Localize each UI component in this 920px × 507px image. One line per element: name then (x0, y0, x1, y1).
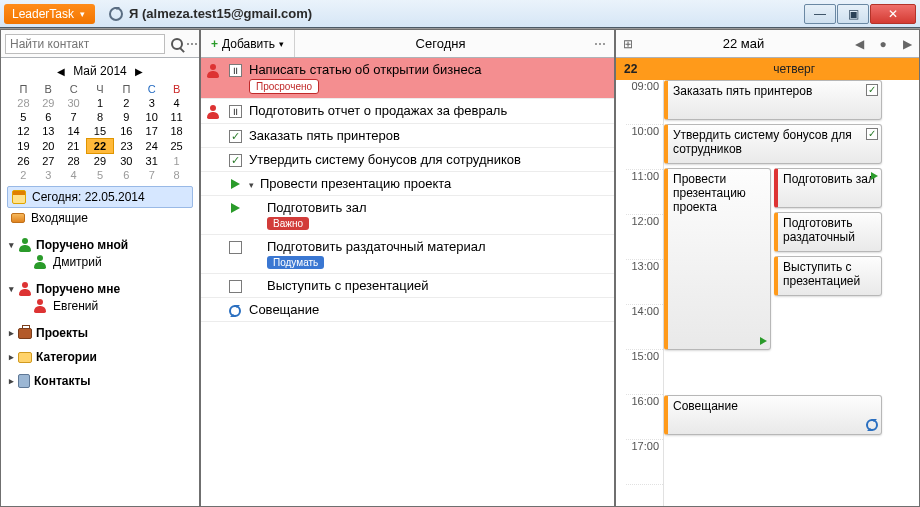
cal-day[interactable]: 3 (139, 96, 164, 110)
sidebar-item-inbox[interactable]: Входящие (7, 208, 193, 228)
cal-next-icon[interactable]: ▶ (135, 66, 143, 77)
calendar-event[interactable]: Заказать пять принтеров (664, 80, 882, 120)
task-row[interactable]: Заказать пять принтеров (201, 124, 614, 148)
task-row[interactable]: ⏸Написать статью об открытии бизнесаПрос… (201, 58, 614, 99)
chevron-down-icon[interactable]: ▾ (249, 180, 254, 190)
cal-prev-icon[interactable]: ◀ (57, 66, 65, 77)
day-prev-icon[interactable]: ◀ (847, 37, 871, 51)
calendar-event[interactable]: Выступить с презентацией (774, 256, 882, 296)
cal-day[interactable]: 18 (164, 124, 189, 139)
sidebar-item-dmitry[interactable]: Дмитрий (29, 252, 193, 272)
task-checkbox[interactable] (229, 154, 242, 167)
cal-day[interactable]: 2 (11, 168, 36, 182)
task-checkbox[interactable] (229, 241, 242, 254)
cal-day[interactable]: 25 (164, 139, 189, 154)
section-categories[interactable]: ▸ Категории (7, 350, 193, 364)
sidebar-item-today[interactable]: Сегодня: 22.05.2014 (7, 186, 193, 208)
cal-day[interactable]: 14 (61, 124, 87, 139)
cal-day[interactable]: 21 (61, 139, 87, 154)
day-expand-icon[interactable]: ⊞ (616, 37, 640, 51)
play-icon[interactable] (231, 179, 240, 189)
section-projects[interactable]: ▸ Проекты (7, 326, 193, 340)
play-icon[interactable] (231, 203, 240, 213)
cal-day[interactable]: 1 (87, 96, 114, 110)
cal-day[interactable]: 28 (11, 96, 36, 110)
day-today-icon[interactable]: ● (871, 37, 895, 51)
calendar-event[interactable]: Подготовить раздаточный (774, 212, 882, 252)
cal-day[interactable]: 1 (164, 154, 189, 169)
day-next-icon[interactable]: ▶ (895, 37, 919, 51)
task-checkbox[interactable]: ⏸ (229, 64, 242, 77)
task-row[interactable]: ⏸Подготовить отчет о продажах за февраль (201, 99, 614, 124)
calendar-event[interactable]: Провести презентацию проекта (664, 168, 771, 350)
task-row[interactable]: Утвердить систему бонусов для сотруднико… (201, 148, 614, 172)
repeat-icon[interactable] (229, 305, 241, 317)
cal-day[interactable]: 11 (164, 110, 189, 124)
task-row[interactable]: Выступить с презентацией (201, 274, 614, 298)
cal-day[interactable]: 5 (87, 168, 114, 182)
task-row[interactable]: Подготовить раздаточный материалПодумать (201, 235, 614, 274)
cal-day[interactable]: 15 (87, 124, 114, 139)
cal-day[interactable]: 8 (87, 110, 114, 124)
task-row[interactable]: Совещание (201, 298, 614, 322)
cal-day[interactable]: 16 (113, 124, 139, 139)
cal-day[interactable]: 12 (11, 124, 36, 139)
play-icon[interactable] (871, 172, 878, 180)
cal-day[interactable]: 30 (61, 96, 87, 110)
cal-day[interactable]: 28 (61, 154, 87, 169)
cal-day[interactable]: 7 (139, 168, 164, 182)
calendar-event[interactable]: Совещание (664, 395, 882, 435)
cal-day[interactable]: 23 (113, 139, 139, 154)
task-row[interactable]: Подготовить залВажно (201, 196, 614, 235)
sidebar-menu-icon[interactable]: ⋯ (184, 32, 199, 56)
cal-day[interactable]: 26 (11, 154, 36, 169)
cal-day[interactable]: 30 (113, 154, 139, 169)
calendar-event[interactable]: Подготовить зал (774, 168, 882, 208)
tasklist-menu-icon[interactable]: ⋯ (586, 37, 614, 51)
maximize-button[interactable]: ▣ (837, 4, 869, 24)
cal-day[interactable]: 6 (113, 168, 139, 182)
task-row[interactable]: ▾Провести презентацию проекта (201, 172, 614, 196)
sidebar-item-evgeny[interactable]: Евгений (29, 296, 193, 316)
cal-day[interactable]: 17 (139, 124, 164, 139)
calendar-event[interactable]: Утвердить систему бонусов для сотруднико… (664, 124, 882, 164)
cal-day[interactable]: 6 (36, 110, 61, 124)
cal-day[interactable]: 4 (61, 168, 87, 182)
cal-day[interactable]: 9 (113, 110, 139, 124)
cal-day[interactable]: 3 (36, 168, 61, 182)
cal-day[interactable]: 13 (36, 124, 61, 139)
cal-day[interactable]: 8 (164, 168, 189, 182)
cal-day[interactable]: 7 (61, 110, 87, 124)
cal-day[interactable]: 27 (36, 154, 61, 169)
close-button[interactable]: ✕ (870, 4, 916, 24)
cal-day[interactable]: 10 (139, 110, 164, 124)
section-assigned-by-me[interactable]: ▾ Поручено мной (7, 238, 193, 252)
cal-day[interactable]: 29 (36, 96, 61, 110)
minimize-button[interactable]: — (804, 4, 836, 24)
cal-day[interactable]: 4 (164, 96, 189, 110)
add-button[interactable]: + Добавить ▾ (201, 30, 295, 57)
task-checkbox[interactable] (229, 280, 242, 293)
search-icon[interactable] (169, 32, 184, 56)
play-icon[interactable] (760, 337, 767, 345)
cal-day[interactable]: 29 (87, 154, 114, 169)
cal-day[interactable]: 2 (113, 96, 139, 110)
section-contacts[interactable]: ▸ Контакты (7, 374, 193, 388)
cal-day[interactable]: 5 (11, 110, 36, 124)
cal-day[interactable]: 19 (11, 139, 36, 154)
event-checkbox[interactable] (866, 128, 878, 140)
cal-title: Май 2014 (73, 64, 127, 78)
cal-day[interactable]: 20 (36, 139, 61, 154)
section-assigned-to-me[interactable]: ▾ Поручено мне (7, 282, 193, 296)
search-input[interactable] (5, 34, 165, 54)
task-title: Подготовить отчет о продажах за февраль (249, 103, 606, 118)
event-checkbox[interactable] (866, 84, 878, 96)
cal-day[interactable]: 22 (87, 139, 114, 154)
task-checkbox[interactable] (229, 130, 242, 143)
sidebar-item-label: Сегодня: 22.05.2014 (32, 190, 145, 204)
task-checkbox[interactable]: ⏸ (229, 105, 242, 118)
cal-day[interactable]: 24 (139, 139, 164, 154)
cal-day[interactable]: 31 (139, 154, 164, 169)
app-menu-button[interactable]: LeaderTask (4, 4, 95, 24)
sync-icon[interactable] (109, 7, 123, 21)
